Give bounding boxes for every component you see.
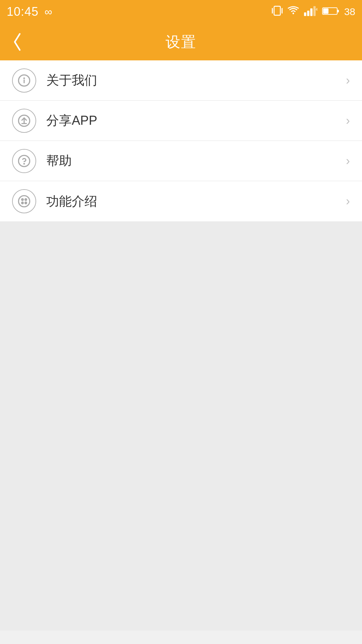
empty-content-area: [0, 221, 362, 631]
svg-point-23: [25, 202, 27, 204]
page-title: 设置: [166, 32, 196, 52]
svg-point-21: [25, 199, 27, 201]
help-arrow: ›: [346, 154, 350, 168]
battery-level: 38: [344, 6, 355, 17]
svg-rect-5: [307, 11, 309, 16]
help-label: 帮助: [46, 152, 346, 169]
app-header: 设置: [0, 23, 362, 60]
menu-item-help[interactable]: 帮助 ›: [0, 141, 362, 181]
menu-item-features[interactable]: 功能介绍 ›: [0, 181, 362, 221]
features-icon: [12, 189, 36, 213]
infinity-icon: ∞: [45, 6, 52, 18]
status-icons: 4G 38: [272, 5, 355, 18]
menu-item-about[interactable]: 关于我们 ›: [0, 60, 362, 101]
features-label: 功能介绍: [46, 193, 346, 210]
vibrate-icon: [272, 5, 283, 18]
menu-item-share[interactable]: 分享APP ›: [0, 101, 362, 141]
svg-point-19: [18, 196, 29, 207]
svg-rect-0: [274, 6, 280, 15]
svg-point-20: [22, 199, 23, 201]
back-button[interactable]: [10, 32, 23, 52]
svg-point-3: [292, 13, 294, 14]
share-arrow: ›: [346, 114, 350, 128]
about-arrow: ›: [346, 73, 350, 88]
svg-rect-6: [310, 8, 312, 16]
about-label: 关于我们: [46, 72, 346, 89]
signal-icon: 4G: [304, 6, 317, 17]
about-icon: [12, 68, 36, 93]
help-icon: [12, 149, 36, 173]
svg-rect-11: [323, 8, 328, 14]
svg-text:4G: 4G: [315, 7, 317, 11]
share-label: 分享APP: [46, 112, 346, 129]
status-time: 10:45: [7, 5, 39, 19]
svg-rect-10: [337, 10, 339, 12]
menu-list: 关于我们 › 分享APP › 帮助 ›: [0, 60, 362, 221]
svg-rect-4: [304, 12, 306, 16]
svg-point-22: [22, 202, 23, 204]
svg-rect-7: [313, 6, 316, 16]
wifi-icon: [287, 6, 299, 18]
share-icon: [12, 109, 36, 133]
features-arrow: ›: [346, 194, 350, 208]
status-bar: 10:45 ∞: [0, 0, 362, 23]
battery-icon: [322, 6, 340, 17]
